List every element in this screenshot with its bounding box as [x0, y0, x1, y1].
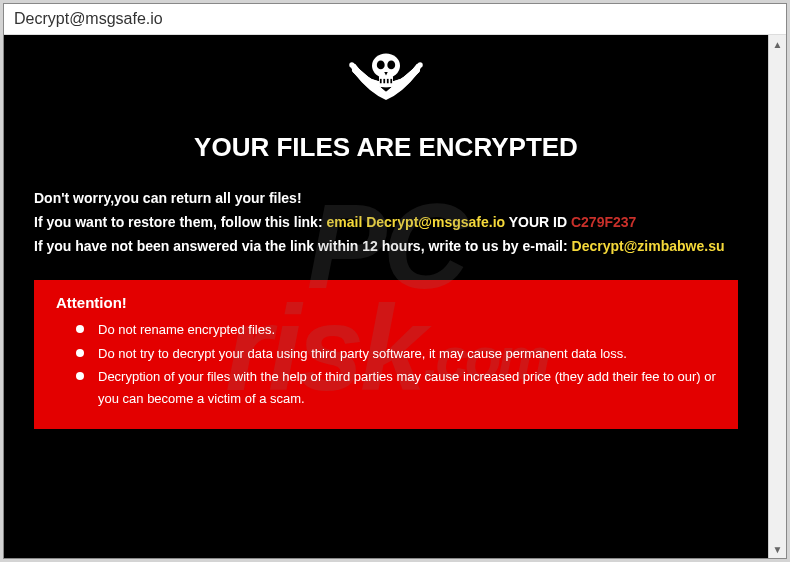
- main-heading: YOUR FILES ARE ENCRYPTED: [34, 132, 738, 163]
- your-id-label: YOUR ID: [505, 214, 571, 230]
- info-line-2: If you want to restore them, follow this…: [34, 211, 738, 235]
- info-line-3: If you have not been answered via the li…: [34, 235, 738, 259]
- svg-point-9: [418, 62, 423, 67]
- app-window: Decrypt@msgsafe.io PC risk.com: [3, 3, 787, 559]
- ransom-note-content: PC risk.com: [4, 35, 768, 558]
- svg-point-8: [349, 62, 354, 67]
- content-wrapper: PC risk.com: [4, 35, 786, 558]
- line2-prefix: If you want to restore them, follow this…: [34, 214, 326, 230]
- svg-rect-5: [383, 79, 385, 83]
- primary-email: Decrypt@msgsafe.io: [366, 214, 505, 230]
- attention-bullet-list: Do not rename encrypted files. Do not tr…: [56, 319, 718, 409]
- attention-box: Attention! Do not rename encrypted files…: [34, 280, 738, 429]
- bullet-item: Do not rename encrypted files.: [76, 319, 718, 340]
- user-id-value: C279F237: [571, 214, 636, 230]
- svg-rect-4: [380, 79, 382, 83]
- line3-prefix: If you have not been answered via the li…: [34, 238, 572, 254]
- skull-swords-icon: [341, 50, 431, 120]
- svg-rect-6: [387, 79, 389, 83]
- svg-rect-7: [390, 79, 392, 83]
- svg-point-3: [387, 61, 395, 70]
- secondary-email: Decrypt@zimbabwe.su: [572, 238, 725, 254]
- bullet-item: Do not try to decrypt your data using th…: [76, 343, 718, 364]
- vertical-scrollbar[interactable]: ▲ ▼: [768, 35, 786, 558]
- skull-logo-area: [34, 50, 738, 124]
- info-block: Don't worry,you can return all your file…: [34, 187, 738, 258]
- attention-title: Attention!: [56, 294, 718, 311]
- scroll-down-arrow-icon[interactable]: ▼: [770, 540, 786, 558]
- email-label: email: [326, 214, 366, 230]
- scroll-up-arrow-icon[interactable]: ▲: [770, 35, 786, 53]
- window-title: Decrypt@msgsafe.io: [4, 4, 786, 35]
- bullet-item: Decryption of your files with the help o…: [76, 366, 718, 409]
- info-line-1: Don't worry,you can return all your file…: [34, 187, 738, 211]
- svg-point-2: [377, 61, 385, 70]
